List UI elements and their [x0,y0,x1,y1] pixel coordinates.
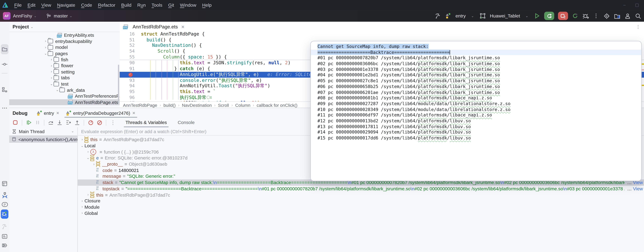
device-selector[interactable]: Huawei_Tablet [490,13,520,18]
chevron-icon[interactable]: › [49,58,54,61]
chevron-icon[interactable]: › [80,205,84,209]
build-hammer-icon[interactable] [0,222,9,232]
menu-code[interactable]: Code [78,0,95,10]
build-hammer-icon[interactable] [434,12,441,19]
todo-window-icon[interactable] [0,179,9,189]
variable-row-Closure[interactable]: ›Closure [78,198,644,204]
close-icon[interactable]: ✕ [56,111,60,115]
account-icon[interactable] [624,12,631,19]
attach-debugger-icon[interactable] [582,12,589,19]
debug-bug-icon[interactable] [0,209,9,219]
chevron-icon[interactable]: › [44,45,48,49]
profiler-p-icon[interactable]: P [0,199,9,210]
chevron-icon[interactable]: › [86,193,90,197]
breadcrumb-item[interactable]: NavDestination [182,102,212,108]
chevron-icon[interactable]: › [80,138,84,141]
variable-row-topstack[interactable]: 1001topstack="====================Backtr… [78,186,644,192]
view-value-link[interactable]: … View [624,186,644,192]
run-config-selector[interactable]: entry [456,13,466,18]
chevron-icon[interactable]: › [86,150,90,154]
menu-file[interactable]: File [11,0,24,10]
more-vertical-icon[interactable] [109,119,116,126]
tree-item-flower[interactable]: ›flower [9,63,120,69]
chevron-icon[interactable]: ⌄ [49,82,54,86]
menu-git[interactable]: Git [165,0,177,10]
variable-row-this[interactable]: ›this=AnnTestRdbPage@1d7dad7c [78,192,644,198]
target-icon[interactable] [603,12,610,19]
minimize-button[interactable]: – [618,0,631,10]
search-icon[interactable] [634,12,641,19]
tree-item-anntestrdbpage-ets[interactable]: ETSAnnTestRdbPage.ets [9,99,120,105]
tree-item-model[interactable]: ›model [9,44,120,50]
view-breakpoints-icon[interactable] [87,119,94,126]
tree-item-fish[interactable]: ›fish [9,57,120,63]
chevron-icon[interactable]: › [49,70,54,74]
chevron-icon[interactable]: ⌄ [44,52,48,55]
breadcrumb-item[interactable]: Column [235,102,250,108]
breadcrumb-item[interactable]: build() [164,102,176,108]
close-button[interactable]: ✕ [643,0,644,10]
breakpoint-icon[interactable] [128,72,132,77]
stop-icon[interactable] [12,119,19,126]
pull-hierarchy-icon[interactable] [0,190,9,200]
tree-item-entryability-ets[interactable]: ETSEntryAbility.ets [9,32,120,38]
view-tab-console[interactable]: Console [174,118,199,127]
restart-debug-button[interactable] [544,12,554,20]
menu-window[interactable]: Window [177,0,199,10]
chevron-icon[interactable]: › [44,39,48,43]
pause-icon[interactable] [34,119,41,126]
close-icon[interactable]: ✕ [181,24,184,29]
variable-row-Global[interactable]: ›Global [78,210,644,216]
step-over-icon[interactable] [47,119,54,126]
mute-breakpoints-icon[interactable] [96,119,103,126]
menu-tools[interactable]: Tools [149,0,165,10]
breadcrumb-item[interactable]: callback for onClick() [257,102,298,108]
menu-run[interactable]: Run [134,0,149,10]
commit-icon[interactable] [0,59,9,69]
maximize-button[interactable]: ▢ [631,0,643,10]
stack-frame-row[interactable]: <anonymous function>(), AnnTestRdbPag [9,135,77,143]
chevron-icon[interactable]: ⌄ [86,156,90,160]
profiler-folder-icon[interactable] [614,12,620,19]
menu-view[interactable]: View [38,0,54,10]
rerun-icon[interactable] [572,12,578,19]
tree-item-entrybackupability[interactable]: ›entrybackupability [9,38,120,44]
structure-icon[interactable] [0,85,9,95]
project-folder-icon[interactable] [0,44,9,54]
project-panel-header[interactable]: Project ⌄ [9,22,120,32]
force-step-into-icon[interactable] [65,119,72,126]
notes-card-icon[interactable] [0,231,9,241]
c-swoosh-icon[interactable] [0,250,9,252]
branch-selector[interactable]: master [54,13,68,18]
more-vertical-icon[interactable] [593,12,600,19]
chevron-icon[interactable]: › [49,64,54,67]
chevron-icon[interactable]: ⌄ [80,144,84,147]
editor-tab[interactable]: ETS AnnTestRdbPage.ets ✕ [120,22,188,32]
chevron-icon[interactable]: › [92,162,96,166]
tree-item-anntestpreferencespage-ets[interactable]: ETSAnnTestPreferencesPage.ets [9,93,120,99]
menu-navigate[interactable]: Navigate [54,0,78,10]
debug-session-tab[interactable]: entry✕ [33,108,62,118]
menu-edit[interactable]: Edit [24,0,38,10]
tree-item-pages[interactable]: ⌄pages [9,50,120,56]
menu-help[interactable]: Help [199,0,214,10]
more-vertical-icon[interactable]: ⋮ [636,24,640,29]
run-icon[interactable] [534,12,540,19]
menu-build[interactable]: Build [118,0,134,10]
tree-scrollbar[interactable] [118,65,119,104]
more-dots-icon[interactable] [0,103,9,113]
tree-item-setting[interactable]: ›setting [9,69,120,75]
close-icon[interactable]: ✕ [132,111,136,115]
breadcrumb-item[interactable]: AnnTestRdbPage [123,102,157,108]
tree-item-tabs[interactable]: ›tabs [9,75,120,81]
thread-selector[interactable]: Main Thread ⌄ [9,127,77,135]
menu-refactor[interactable]: Refactor [95,0,118,10]
chevron-icon[interactable]: › [49,76,54,80]
project-selector[interactable]: AnnFishy [13,13,32,18]
tree-item-test[interactable]: ⌄test [9,81,120,87]
breadcrumb-item[interactable]: Scroll [218,102,229,108]
debug-session-tab[interactable]: entry(PandaDebugger2476)✕ [62,108,139,118]
resume-icon[interactable] [25,119,32,126]
chevron-icon[interactable]: ⌄ [55,88,60,92]
step-into-icon[interactable] [56,119,63,126]
